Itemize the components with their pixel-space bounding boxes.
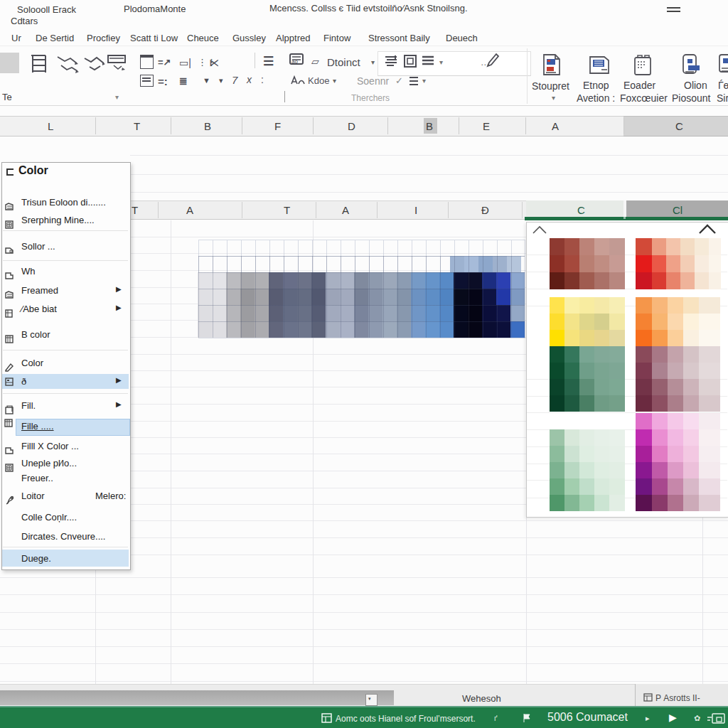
svg-text:ao: ao	[291, 58, 298, 65]
